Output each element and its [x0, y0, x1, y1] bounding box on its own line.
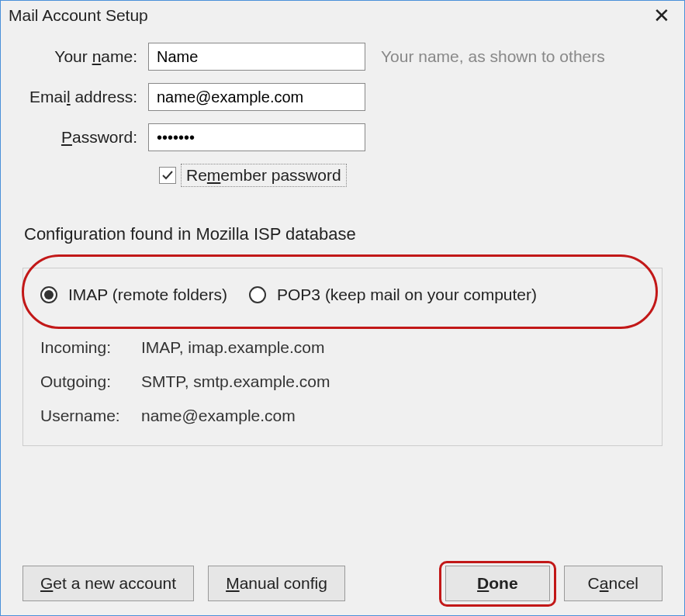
titlebar: Mail Account Setup ✕ [1, 1, 684, 29]
button-row: Get a new account Manual config Done Can… [22, 566, 663, 601]
username-label: Username: [40, 407, 141, 425]
config-box: IMAP (remote folders) POP3 (keep mail on… [22, 268, 663, 446]
outgoing-value: SMTP, smtp.example.com [141, 372, 330, 391]
outgoing-row: Outgoing: SMTP, smtp.example.com [36, 372, 649, 391]
cancel-button[interactable]: Cancel [564, 566, 663, 601]
imap-label[interactable]: IMAP (remote folders) [68, 286, 227, 304]
email-label: Email address: [24, 88, 148, 106]
name-input[interactable] [148, 43, 365, 71]
status-text: Configuration found in Mozilla ISP datab… [24, 224, 684, 244]
pop3-label[interactable]: POP3 (keep mail on your computer) [277, 286, 537, 304]
name-hint: Your name, as shown to others [381, 47, 605, 66]
pop3-radio[interactable] [249, 286, 266, 303]
close-icon[interactable]: ✕ [649, 5, 675, 26]
manual-config-button[interactable]: Manual config [208, 566, 345, 601]
form-area: Your name: Your name, as shown to others… [1, 29, 684, 195]
username-value: name@example.com [141, 407, 296, 425]
get-account-button[interactable]: Get a new account [22, 566, 194, 601]
protocol-row: IMAP (remote folders) POP3 (keep mail on… [36, 286, 649, 304]
name-row: Your name: Your name, as shown to others [24, 43, 661, 71]
email-input[interactable] [148, 83, 365, 111]
done-button[interactable]: Done [445, 566, 550, 601]
window-title: Mail Account Setup [9, 6, 148, 25]
remember-checkbox[interactable] [159, 167, 176, 184]
outgoing-label: Outgoing: [40, 372, 141, 391]
password-input[interactable] [148, 123, 365, 151]
remember-row: Remember password [159, 164, 661, 187]
password-row: Password: [24, 123, 661, 151]
password-label: Password: [24, 128, 148, 147]
name-label: Your name: [24, 47, 148, 66]
imap-radio[interactable] [40, 286, 57, 303]
email-row: Email address: [24, 83, 661, 111]
incoming-label: Incoming: [40, 338, 141, 357]
incoming-value: IMAP, imap.example.com [141, 338, 325, 357]
done-highlight [439, 561, 556, 607]
remember-label[interactable]: Remember password [181, 164, 347, 187]
incoming-row: Incoming: IMAP, imap.example.com [36, 338, 649, 357]
username-row: Username: name@example.com [36, 407, 649, 425]
